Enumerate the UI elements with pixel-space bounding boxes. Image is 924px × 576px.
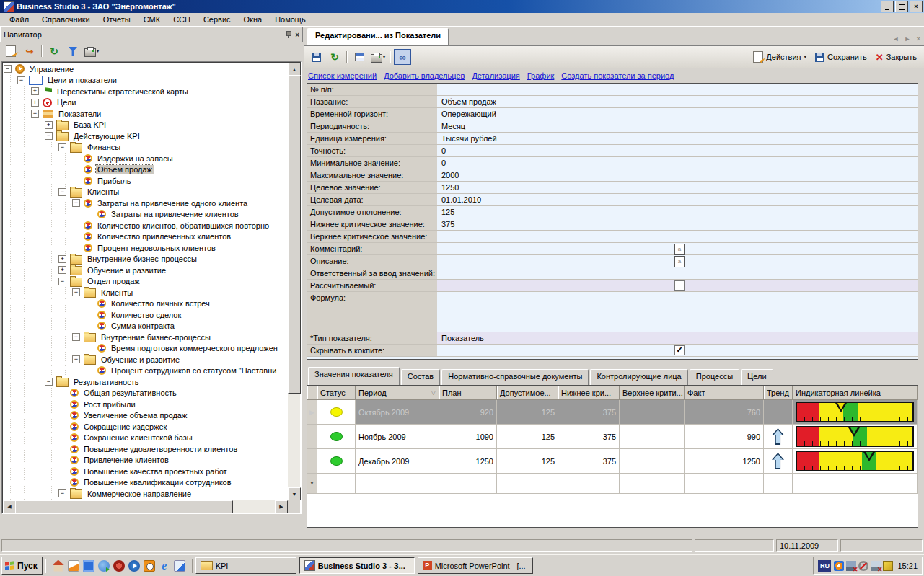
column-header-Тренд[interactable]: Тренд xyxy=(764,386,793,400)
tree-item[interactable]: Повышение квалификации сотрудников xyxy=(4,477,287,489)
menu-Справочники[interactable]: Справочники xyxy=(35,14,97,25)
print-button[interactable]: ▾ xyxy=(369,49,387,65)
expand-icon[interactable]: + xyxy=(58,255,66,263)
sync-icon[interactable] xyxy=(98,560,110,572)
tree-item[interactable]: Повышение качества проектных работ xyxy=(4,466,287,477)
taskbar-button-business-studio[interactable]: Business Studio 3 - З... xyxy=(299,557,415,574)
forward-button[interactable]: ↪ xyxy=(21,43,38,59)
link-Добавить владельцев[interactable]: Добавить владельцев xyxy=(384,71,465,80)
table-row[interactable]: Ноябрь 20091090125375990 xyxy=(307,425,918,449)
blocked-icon[interactable] xyxy=(858,561,868,571)
tree-item[interactable]: −Обучение и развитие xyxy=(4,354,287,365)
collapse-icon[interactable]: − xyxy=(72,288,80,296)
collapse-icon[interactable]: − xyxy=(72,333,80,341)
wireless-error-icon[interactable] xyxy=(871,561,881,571)
tree-item[interactable]: −Внутренние бизнес-процессы xyxy=(4,332,287,343)
checkbox-checked[interactable]: ✓ xyxy=(674,345,685,355)
link-График[interactable]: График xyxy=(527,71,555,80)
tree-item[interactable]: Повышение удовлетворенности клиентов xyxy=(4,443,287,455)
tree-item[interactable]: +Обучение и развитие xyxy=(4,265,287,276)
media-player-icon[interactable] xyxy=(128,560,140,572)
dropdown-arrow-icon[interactable]: ▾ xyxy=(97,48,100,54)
home-icon[interactable] xyxy=(53,560,64,572)
collapse-icon[interactable]: − xyxy=(58,188,66,196)
scroll-up-icon[interactable]: ▲ xyxy=(288,63,301,76)
horizontal-scroll-thumb[interactable] xyxy=(15,500,233,513)
tab-close-icon[interactable]: ✕ xyxy=(915,35,921,43)
tab-scroll-left-icon[interactable]: ◄ xyxy=(893,35,899,43)
tree-item[interactable]: −Отдел продаж xyxy=(4,276,287,288)
tree-item[interactable]: Увеличение объема продаж xyxy=(4,410,287,422)
field-value[interactable]: 0 xyxy=(437,157,918,169)
menu-Помощь[interactable]: Помощь xyxy=(268,14,312,25)
field-value[interactable] xyxy=(437,280,918,292)
print-button[interactable]: ▾ xyxy=(83,43,100,59)
column-header-Верхнее крити...[interactable]: Верхнее крити... xyxy=(620,386,685,400)
tree-item[interactable]: +Цели xyxy=(4,97,287,109)
expand-icon[interactable]: + xyxy=(31,87,39,95)
collapse-icon[interactable]: − xyxy=(17,76,25,84)
menu-СМК[interactable]: СМК xyxy=(137,14,167,25)
field-value[interactable]: 375 xyxy=(437,218,918,231)
restore-button[interactable] xyxy=(895,1,908,12)
refresh-button[interactable]: ↻ xyxy=(45,43,63,59)
column-header-Период[interactable]: Период▽ xyxy=(356,386,439,400)
collapse-icon[interactable]: − xyxy=(45,132,53,140)
opera-icon[interactable] xyxy=(113,560,125,572)
expand-icon[interactable]: + xyxy=(31,99,39,107)
link-Создать показатели за период[interactable]: Создать показатели за период xyxy=(561,71,674,80)
minimize-button[interactable] xyxy=(881,1,894,12)
collapse-icon[interactable]: − xyxy=(45,378,53,386)
table-row[interactable]: Декабрь 200912501253751250 xyxy=(307,449,918,474)
field-value[interactable]: Объем продаж xyxy=(437,96,918,108)
collapse-icon[interactable]: − xyxy=(31,110,39,118)
field-value[interactable]: 2000 xyxy=(437,169,918,182)
tree-item[interactable]: Издержки на запасы xyxy=(4,153,287,164)
close-panel-icon[interactable]: × xyxy=(295,31,299,39)
column-header-Допустимое...[interactable]: Допустимое... xyxy=(497,386,558,400)
menu-Окна[interactable]: Окна xyxy=(237,14,269,25)
collapse-icon[interactable]: − xyxy=(58,143,66,151)
collapse-icon[interactable]: − xyxy=(72,199,80,207)
notebook-icon[interactable] xyxy=(883,561,893,571)
tree-item[interactable]: Количество привлеченных клиентов xyxy=(4,231,287,243)
tree-item[interactable]: −Коммерческое направление xyxy=(4,488,287,500)
vertical-scroll-thumb[interactable] xyxy=(288,75,301,394)
pin-icon[interactable] xyxy=(285,31,291,38)
checkbox-unchecked[interactable] xyxy=(674,280,685,291)
field-value[interactable] xyxy=(437,84,918,96)
tree-item[interactable]: Количество клиентов, обратившихся повтор… xyxy=(4,220,287,231)
tab-Нормативно-справочные документы[interactable]: Нормативно-справочные документы xyxy=(441,369,589,385)
tab-Значения показателя[interactable]: Значения показателя xyxy=(308,367,400,385)
close-button[interactable]: × xyxy=(910,1,923,12)
menu-Отчеты[interactable]: Отчеты xyxy=(97,14,137,25)
действия-button[interactable]: Действия▾ xyxy=(753,51,806,63)
dropdown-arrow-icon[interactable]: ▾ xyxy=(383,54,386,60)
column-header-Индикаторная линейка[interactable]: Индикаторная линейка xyxy=(793,386,918,400)
grid-button[interactable] xyxy=(351,49,368,65)
tab-Цели[interactable]: Цели xyxy=(741,369,773,385)
tree-item[interactable]: Количество сделок xyxy=(4,309,287,321)
clock-icon[interactable] xyxy=(144,560,155,572)
field-value[interactable]: Месяц xyxy=(437,120,918,133)
tree-vertical-scrollbar[interactable]: ▲ ▼ xyxy=(288,63,300,500)
tree-item[interactable]: Сокращение издержек xyxy=(4,421,287,433)
tree-item[interactable]: Количество личных встреч xyxy=(4,298,287,310)
tree-item[interactable]: −Действующие KPI xyxy=(4,130,287,142)
закрыть-button[interactable]: ✕Закрыть xyxy=(876,53,917,62)
collapse-icon[interactable]: − xyxy=(58,489,66,497)
tree-item[interactable]: −Показатели xyxy=(4,108,287,120)
field-value[interactable]: Показатель xyxy=(437,332,918,345)
tree-item[interactable]: −Клиенты xyxy=(4,287,287,298)
link-Список измерений[interactable]: Список измерений xyxy=(308,71,377,80)
column-header-Статус[interactable]: Статус xyxy=(317,386,356,400)
tree-item[interactable]: Сумма контракта xyxy=(4,321,287,332)
сохранить-button[interactable]: Сохранить xyxy=(815,53,867,62)
tree-item[interactable]: Прибыль xyxy=(4,175,287,187)
start-button[interactable]: Пуск xyxy=(1,557,43,575)
column-header-План[interactable]: План xyxy=(439,386,497,400)
tree-item[interactable]: Объем продаж xyxy=(4,164,287,176)
edit-button[interactable] xyxy=(2,43,19,59)
tree-item[interactable]: Сохранение клиентской базы xyxy=(4,433,287,444)
internet-explorer-icon[interactable]: e xyxy=(159,560,170,572)
